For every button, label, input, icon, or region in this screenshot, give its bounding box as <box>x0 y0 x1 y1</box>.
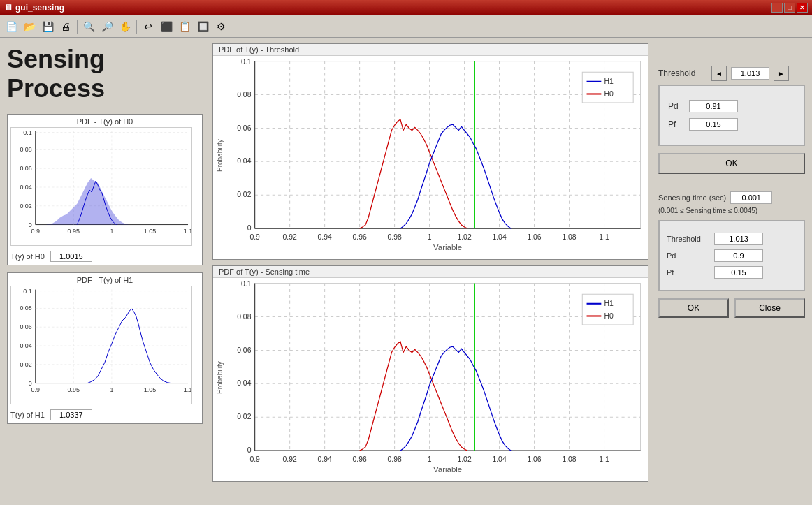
h0-plot-container: PDF - T(y) of H0 0 0.02 0.04 0.06 0.08 0… <box>7 114 203 265</box>
save-button[interactable]: 💾 <box>39 18 56 35</box>
svg-rect-78 <box>582 72 633 103</box>
svg-text:0.06: 0.06 <box>20 165 31 172</box>
top-chart-svg: 0 0.02 0.04 0.06 0.08 0.1 0.9 0.92 0.94 … <box>226 56 648 256</box>
pan-button[interactable]: ✋ <box>117 18 133 35</box>
h1-value-label: T(y) of H1 <box>10 411 45 419</box>
svg-text:1.04: 1.04 <box>492 233 506 241</box>
svg-text:0.9: 0.9 <box>31 228 40 235</box>
svg-text:0.02: 0.02 <box>20 361 31 368</box>
svg-text:0.04: 0.04 <box>237 379 251 387</box>
threshold-value-display[interactable]: 1.013 <box>731 67 769 80</box>
bottom-ok-button[interactable]: OK <box>658 298 729 318</box>
svg-text:0.04: 0.04 <box>237 157 251 165</box>
svg-text:1.05: 1.05 <box>144 386 156 393</box>
threshold-next-button[interactable]: ► <box>774 66 789 81</box>
window-controls: _ □ ✕ <box>771 3 808 13</box>
svg-text:0.04: 0.04 <box>20 184 31 191</box>
svg-text:0.02: 0.02 <box>237 191 251 198</box>
top-chart-y-label: Probability <box>213 56 226 256</box>
paste-button[interactable]: 🔲 <box>194 18 211 35</box>
top-chart-body: Probability <box>213 56 648 256</box>
print-button[interactable]: 🖨 <box>57 18 74 35</box>
bottom-pf-value[interactable]: 0.15 <box>714 266 763 279</box>
svg-text:1.06: 1.06 <box>527 233 541 241</box>
svg-text:1: 1 <box>428 455 432 463</box>
svg-text:1.02: 1.02 <box>457 233 471 241</box>
svg-text:0.08: 0.08 <box>237 313 251 321</box>
right-panel: Threshold ◄ 1.013 ► Pd 0.91 Pf 0.15 OK S <box>651 38 812 505</box>
zoom-out-button[interactable]: 🔎 <box>99 18 115 35</box>
threshold-prev-button[interactable]: ◄ <box>711 66 727 81</box>
bottom-threshold-row: Threshold 1.013 <box>667 233 797 245</box>
svg-text:0.08: 0.08 <box>237 91 251 98</box>
bottom-threshold-value[interactable]: 1.013 <box>714 233 763 245</box>
svg-text:1: 1 <box>110 386 113 393</box>
svg-text:0.02: 0.02 <box>237 413 251 420</box>
svg-text:1.08: 1.08 <box>562 233 576 241</box>
svg-text:Variable: Variable <box>433 465 462 474</box>
minimize-button[interactable]: _ <box>771 3 783 13</box>
h1-plot-svg: 0 0.02 0.04 0.06 0.08 0.1 0.9 0.95 1 1.0… <box>10 286 192 404</box>
h0-value-label: T(y) of H0 <box>10 252 45 261</box>
top-chart-container: PDF of T(y) - Threshold Probability <box>212 43 648 260</box>
bottom-buttons: OK Close <box>658 298 805 318</box>
svg-text:0.92: 0.92 <box>283 455 297 463</box>
new-button[interactable]: 📄 <box>3 18 20 35</box>
top-metrics-box: Pd 0.91 Pf 0.15 <box>658 85 805 146</box>
h1-value-row: T(y) of H1 1.0337 <box>10 409 199 420</box>
svg-text:0.95: 0.95 <box>68 386 80 393</box>
svg-text:1.08: 1.08 <box>562 455 576 463</box>
top-ok-button[interactable]: OK <box>658 153 805 174</box>
open-button[interactable]: 📂 <box>21 18 38 35</box>
svg-text:0.1: 0.1 <box>23 288 31 295</box>
bottom-chart-plot: 0 0.02 0.04 0.06 0.08 0.1 0.9 0.92 0.94 … <box>226 278 648 478</box>
settings-button[interactable]: ⚙ <box>212 18 229 35</box>
sensing-time-value[interactable]: 0.001 <box>730 191 772 204</box>
pd-row: Pd 0.91 <box>668 100 795 112</box>
bottom-chart-container: PDF of T(y) - Sensing time Probability <box>212 265 648 482</box>
svg-text:1.04: 1.04 <box>492 455 506 463</box>
threshold-label: Threshold <box>658 68 707 78</box>
pd-label: Pd <box>668 101 682 111</box>
svg-text:0.02: 0.02 <box>20 203 31 210</box>
pf-label: Pf <box>668 119 682 129</box>
svg-text:0.9: 0.9 <box>249 233 260 241</box>
bottom-right-controls: Senesing time (sec) 0.001 (0.001 ≤ Sensi… <box>658 191 805 318</box>
sensing-range-text: (0.001 ≤ Sensing time ≤ 0.0045) <box>658 207 805 214</box>
zoom-in-button[interactable]: 🔍 <box>80 18 97 35</box>
left-panel: Sensing Process PDF - T(y) of H0 0 0.02 … <box>0 38 210 505</box>
bottom-metrics-box: Threshold 1.013 Pd 0.9 Pf 0.15 <box>658 220 805 291</box>
svg-text:0: 0 <box>247 446 252 454</box>
svg-text:0.92: 0.92 <box>283 233 297 241</box>
title-bar: 🖥 gui_sensing _ □ ✕ <box>0 0 812 15</box>
bottom-pf-row: Pf 0.15 <box>667 266 797 279</box>
copy-button[interactable]: 📋 <box>176 18 193 35</box>
svg-text:1.05: 1.05 <box>144 228 156 235</box>
close-button[interactable]: Close <box>734 298 805 318</box>
redo-button[interactable]: ⬛ <box>158 18 175 35</box>
window-title: gui_sensing <box>15 3 64 13</box>
bottom-chart-body: Probability <box>213 278 648 478</box>
svg-text:H0: H0 <box>604 312 614 320</box>
center-panel: PDF of T(y) - Threshold Probability <box>210 38 651 505</box>
h1-plot-title: PDF - T(y) of H1 <box>10 276 199 284</box>
svg-text:0: 0 <box>247 224 252 232</box>
svg-text:0.1: 0.1 <box>241 58 252 66</box>
svg-text:0.94: 0.94 <box>317 455 331 463</box>
svg-text:1.06: 1.06 <box>527 455 541 463</box>
pd-value[interactable]: 0.91 <box>689 100 738 112</box>
top-right-controls: Threshold ◄ 1.013 ► Pd 0.91 Pf 0.15 OK <box>658 45 805 174</box>
pf-value[interactable]: 0.15 <box>689 118 738 131</box>
h0-value-box[interactable]: 1.0015 <box>50 251 92 262</box>
close-button[interactable]: ✕ <box>797 3 808 13</box>
undo-button[interactable]: ↩ <box>140 18 157 35</box>
separator-1 <box>77 20 78 34</box>
h1-value-box[interactable]: 1.0337 <box>50 409 92 420</box>
maximize-button[interactable]: □ <box>784 3 795 13</box>
toolbar: 📄 📂 💾 🖨 🔍 🔎 ✋ ↩ ⬛ 📋 🔲 ⚙ <box>0 15 812 38</box>
bottom-pd-value[interactable]: 0.9 <box>714 249 763 262</box>
svg-text:0: 0 <box>29 221 32 228</box>
svg-text:0.94: 0.94 <box>317 233 331 241</box>
top-chart-plot: 0 0.02 0.04 0.06 0.08 0.1 0.9 0.92 0.94 … <box>226 56 648 256</box>
svg-text:0.98: 0.98 <box>387 233 401 241</box>
